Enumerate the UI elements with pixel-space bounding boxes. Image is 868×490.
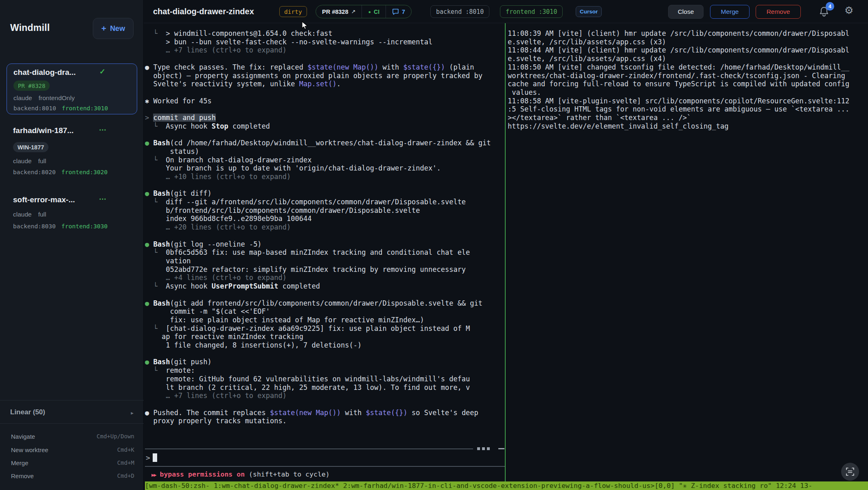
agent-name: claude [13, 94, 32, 102]
backend-port-badge[interactable]: backend :8010 [430, 5, 489, 18]
mouse-pointer-icon [302, 21, 309, 30]
shortcut-merge: Merge Cmd+M [0, 459, 144, 470]
input-box-bottom-rule [145, 466, 505, 467]
agent-mode: full [38, 158, 46, 165]
linear-section-label[interactable]: Linear (50) [10, 408, 45, 416]
drag-handle-dots-icon[interactable] [487, 447, 490, 450]
permission-mode-row[interactable]: ▶▶bypass permissions on (shift+tab to cy… [151, 470, 330, 478]
screenshot-fab-button[interactable] [841, 463, 859, 481]
comment-bubble-icon [392, 9, 399, 15]
pr-badge: PR #8328 [13, 81, 50, 91]
close-button[interactable]: Close [668, 5, 704, 19]
double-arrow-icon: ▶▶ [151, 472, 156, 478]
check-icon: ✓ [99, 67, 105, 76]
windmill-app: Windmill + New chat-dialog-dra... ✓ PR #… [0, 0, 868, 490]
arrow-up-right-icon: ↗ [351, 9, 356, 15]
drag-handle-dash-icon[interactable] [498, 448, 504, 449]
shortcut-label: New worktree [11, 446, 48, 453]
agent-name: claude [13, 211, 32, 218]
chevron-right-icon[interactable]: ▸ [131, 410, 134, 416]
ports-row: backend:8010 frontend:3010 [13, 105, 108, 112]
backend-port: backend:8030 [13, 223, 56, 230]
frontend-port: frontend:3020 [61, 169, 108, 175]
cursor-button[interactable]: Cursor [576, 6, 602, 17]
pr-label: PR #8328 [322, 9, 349, 15]
agent-name: claude [13, 158, 32, 165]
worktree-title: soft-error-max-... [13, 195, 75, 204]
bypass-mode-label: bypass permissions on [160, 470, 245, 478]
worktree-title: chat-dialog-dra... [13, 68, 76, 77]
page-title: chat-dialog-drawer-zindex [153, 0, 254, 23]
ports-row: backend:8020 frontend:3020 [13, 169, 107, 175]
frontend-port: frontend:3010 [62, 105, 108, 112]
text-cursor [153, 453, 157, 462]
screenshot-icon [846, 467, 855, 476]
gear-icon[interactable]: ⚙ [844, 4, 853, 16]
tmux-status-bar[interactable]: [wm-dash-50:zsh- 1:wm-chat-dialog-drawer… [145, 481, 868, 490]
comment-count: 7 [402, 9, 405, 15]
vite-log-pane[interactable]: 11:08:39 AM [vite] (client) hmr update /… [508, 24, 868, 130]
drag-handle-dots-icon[interactable] [482, 447, 485, 450]
sidebar: Windmill + New chat-dialog-dra... ✓ PR #… [0, 0, 144, 490]
remove-button[interactable]: Remove [756, 5, 801, 19]
app-title: Windmill [10, 22, 50, 33]
ellipsis-icon[interactable]: ⋯ [99, 195, 107, 203]
backend-port: backend:8020 [13, 169, 56, 175]
shortcut-remove: Remove Cmd+D [0, 472, 144, 483]
agent-row: claude full [13, 211, 46, 218]
notification-count-badge: 4 [826, 2, 834, 11]
agent-row: claude frontendOnly [13, 94, 75, 102]
merge-button[interactable]: Merge [710, 5, 750, 19]
divider [0, 400, 144, 400]
shortcut-label: Navigate [11, 433, 35, 440]
ports-row: backend:8030 frontend:3030 [13, 223, 107, 230]
ellipsis-icon[interactable]: ⋯ [99, 125, 107, 134]
shortcut-keys: Cmd+K [117, 446, 134, 453]
shortcut-label: Remove [11, 472, 34, 479]
drag-handle-dots-icon[interactable] [477, 447, 480, 450]
agent-mode: full [38, 211, 46, 218]
backend-port: backend:8010 [13, 105, 56, 112]
agent-row: claude full [13, 158, 46, 165]
header: chat-dialog-drawer-zindex dirty PR #8328… [144, 0, 868, 23]
shortcut-label: Merge [11, 459, 28, 466]
pr-status-group: PR #8328 ↗ ● CI 7 [316, 5, 412, 18]
new-button-label: New [110, 24, 125, 33]
worktree-card-soft-error[interactable]: soft-error-max-... ⋯ claude full backend… [7, 191, 137, 232]
bypass-mode-hint: (shift+tab to cycle) [245, 470, 330, 478]
shortcut-navigate: Navigate Cmd+Up/Down [0, 433, 144, 444]
divider [0, 423, 144, 424]
claude-terminal-pane[interactable]: └ > windmill-components@1.654.0 check:fa… [145, 24, 506, 425]
shortcut-keys: Cmd+Up/Down [96, 433, 134, 440]
frontend-port: frontend:3030 [61, 223, 108, 230]
worktree-card-chat-dialog[interactable]: chat-dialog-dra... ✓ PR #8328 claude fro… [7, 63, 137, 114]
agent-mode: frontendOnly [39, 94, 75, 102]
ci-status[interactable]: ● CI [362, 5, 386, 18]
shortcut-keys: Cmd+D [117, 472, 134, 479]
prompt-symbol: > [146, 453, 150, 462]
pr-link[interactable]: PR #8328 ↗ [316, 5, 362, 18]
plus-icon: + [101, 24, 106, 33]
frontend-port-badge[interactable]: frontend :3010 [500, 5, 563, 18]
shortcut-new-worktree: New worktree Cmd+K [0, 446, 144, 457]
pr-comments[interactable]: 7 [386, 5, 411, 18]
input-box-top-rule [145, 448, 473, 449]
ticket-badge: WIN-1877 [13, 142, 48, 152]
shortcut-keys: Cmd+M [117, 459, 134, 466]
worktree-title: farhad/win-187... [13, 126, 74, 135]
dirty-status-badge: dirty [279, 6, 307, 17]
tmux-pane-divider[interactable] [505, 23, 506, 481]
terminal-input[interactable]: > [146, 453, 157, 462]
ci-label: CI [374, 9, 379, 15]
new-worktree-button[interactable]: + New [93, 18, 134, 39]
worktree-card-farhad-win[interactable]: farhad/win-187... ⋯ WIN-1877 claude full… [7, 122, 137, 179]
ci-dot-icon: ● [368, 9, 371, 14]
